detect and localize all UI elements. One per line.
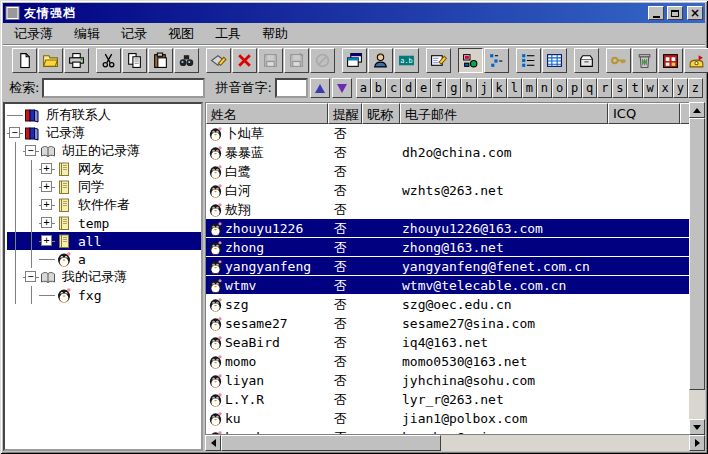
view-small-button[interactable] [484, 48, 509, 73]
menu-item-4[interactable]: 工具 [213, 24, 243, 44]
pinyin-up-button[interactable] [310, 78, 330, 98]
column-header-3[interactable]: 电子邮件 [400, 103, 608, 124]
vertical-scrollbar[interactable] [689, 102, 705, 435]
letter-button-y[interactable]: y [673, 78, 688, 98]
view-large-button[interactable] [458, 48, 483, 73]
letter-button-z[interactable]: z [688, 78, 703, 98]
scroll-left-button[interactable] [205, 435, 221, 451]
paste-button[interactable] [148, 48, 173, 73]
tree-item-5[interactable]: +软件作者 [7, 196, 201, 214]
column-header-2[interactable]: 昵称 [362, 103, 400, 124]
view-list-button[interactable] [516, 48, 541, 73]
table-row[interactable]: yangyanfeng否yangyanfeng@fenet.com.cn [206, 257, 689, 276]
menu-item-2[interactable]: 记录 [119, 24, 149, 44]
vertical-scroll-thumb[interactable] [689, 118, 705, 390]
letter-button-g[interactable]: g [446, 78, 461, 98]
letter-button-q[interactable]: q [582, 78, 597, 98]
tree-item-9[interactable]: −我的记录薄 [7, 268, 201, 286]
tree-item-0[interactable]: 所有联系人 [7, 106, 201, 124]
letter-button-j[interactable]: j [477, 78, 492, 98]
table-row[interactable]: 白河否wzhts@263.net [206, 181, 689, 200]
letter-button-e[interactable]: e [416, 78, 431, 98]
find-button[interactable] [174, 48, 199, 73]
collapse-box-icon[interactable]: − [25, 271, 36, 282]
menu-item-1[interactable]: 编辑 [72, 24, 102, 44]
expand-box-icon[interactable]: + [41, 217, 52, 228]
letter-button-x[interactable]: x [658, 78, 673, 98]
view-details-button[interactable] [542, 48, 567, 73]
window-button[interactable] [342, 48, 367, 73]
cancel-button[interactable] [310, 48, 335, 73]
letter-button-s[interactable]: s [612, 78, 627, 98]
copy-button[interactable] [122, 48, 147, 73]
letter-button-w[interactable]: w [643, 78, 658, 98]
table-row[interactable]: szg否szg@oec.edu.cn [206, 295, 689, 314]
letter-button-t[interactable]: t [627, 78, 642, 98]
collapse-box-icon[interactable]: − [25, 145, 36, 156]
save-button[interactable] [258, 48, 283, 73]
table-row[interactable]: liyan否jyhchina@sohu.com [206, 371, 689, 390]
print-button[interactable] [64, 48, 89, 73]
open-button[interactable] [38, 48, 63, 73]
key-button[interactable] [606, 48, 631, 73]
save-as-button[interactable] [284, 48, 309, 73]
letter-button-f[interactable]: f [431, 78, 446, 98]
table-row[interactable]: L.Y.R否lyr_r@263.net [206, 390, 689, 409]
tree-item-4[interactable]: +同学 [7, 178, 201, 196]
tree-item-8[interactable]: a [7, 250, 201, 268]
pinyin-down-button[interactable] [332, 78, 352, 98]
letter-button-c[interactable]: c [386, 78, 401, 98]
table-row[interactable]: wtmv否wtmv@telecable.com.cn [206, 276, 689, 295]
expand-box-icon[interactable]: + [41, 199, 52, 210]
trash-button[interactable] [632, 48, 657, 73]
pinyin-input[interactable] [275, 78, 308, 98]
minimize-button[interactable] [648, 6, 664, 20]
table-row[interactable]: SeaBird否iq4@163.net [206, 333, 689, 352]
table-row[interactable]: 暴暴蓝否dh2o@china.com [206, 143, 689, 162]
expand-box-icon[interactable]: + [41, 235, 52, 246]
search-input[interactable] [42, 78, 205, 98]
dial-button[interactable] [684, 48, 708, 73]
letter-button-m[interactable]: m [522, 78, 537, 98]
archive-button[interactable] [574, 48, 599, 73]
tree-item-1[interactable]: −记录薄 [7, 124, 201, 142]
table-row[interactable]: zhong否zhong@163.net [206, 238, 689, 257]
column-header-0[interactable]: 姓名 [206, 103, 328, 124]
rename-button[interactable]: a.b [394, 48, 419, 73]
new-button[interactable] [12, 48, 37, 73]
letter-button-d[interactable]: d [401, 78, 416, 98]
table-row[interactable]: sesame27否sesame27@sina.com [206, 314, 689, 333]
table-row[interactable]: momo否momo0530@163.net [206, 352, 689, 371]
contact-button[interactable] [368, 48, 393, 73]
letter-button-k[interactable]: k [492, 78, 507, 98]
table-row[interactable]: 敖翔否 [206, 200, 689, 219]
cut-button[interactable] [96, 48, 121, 73]
maximize-button[interactable] [667, 6, 683, 20]
horizontal-scrollbar[interactable] [205, 435, 705, 451]
table-row[interactable]: zhouyu1226否zhouyu1226@163.com [206, 219, 689, 238]
table-row[interactable]: 卜灿草否 [206, 124, 689, 143]
expand-box-icon[interactable]: + [41, 163, 52, 174]
expand-box-icon[interactable]: + [41, 181, 52, 192]
horizontal-scroll-thumb[interactable] [221, 435, 441, 451]
table-row[interactable]: 白鹭否 [206, 162, 689, 181]
column-header-4[interactable]: ICQ [608, 103, 680, 124]
compose-button[interactable] [206, 48, 231, 73]
letter-button-b[interactable]: b [371, 78, 386, 98]
letter-button-a[interactable]: a [356, 78, 371, 98]
letter-button-r[interactable]: r [597, 78, 612, 98]
letter-button-h[interactable]: h [461, 78, 476, 98]
scroll-up-button[interactable] [689, 102, 705, 118]
column-header-1[interactable]: 提醒 [328, 103, 362, 124]
card-edit-button[interactable] [426, 48, 451, 73]
tree-item-10[interactable]: fxg [7, 286, 201, 304]
menu-item-3[interactable]: 视图 [166, 24, 196, 44]
menu-item-5[interactable]: 帮助 [260, 24, 290, 44]
letter-button-p[interactable]: p [567, 78, 582, 98]
tree-item-6[interactable]: +temp [7, 214, 201, 232]
letter-button-o[interactable]: o [552, 78, 567, 98]
letter-button-n[interactable]: n [537, 78, 552, 98]
close-button[interactable]: × [687, 6, 703, 20]
horizontal-scroll-track[interactable] [441, 435, 689, 451]
menu-item-0[interactable]: 记录薄 [12, 24, 55, 44]
